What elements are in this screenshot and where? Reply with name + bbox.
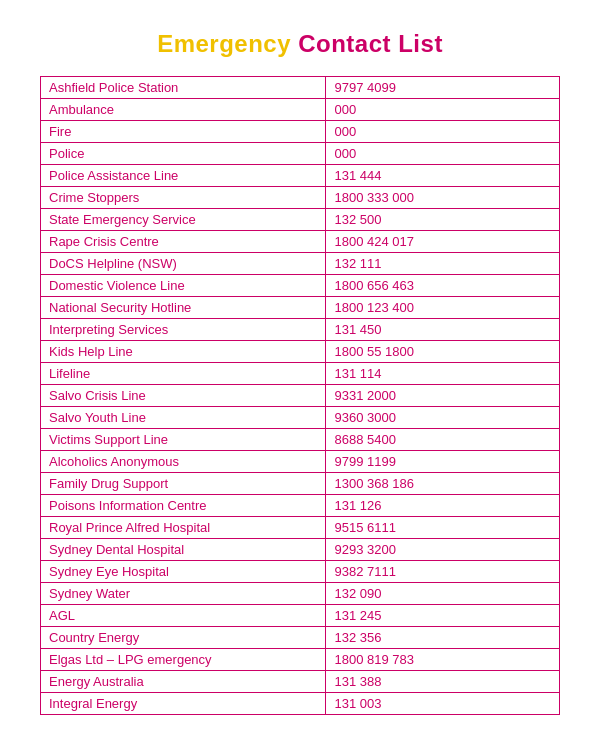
contact-number: 132 356 [326, 627, 560, 649]
contact-number: 1800 123 400 [326, 297, 560, 319]
table-row: Energy Australia131 388 [41, 671, 560, 693]
contact-name: Kids Help Line [41, 341, 326, 363]
table-row: Rape Crisis Centre1800 424 017 [41, 231, 560, 253]
table-row: Crime Stoppers1800 333 000 [41, 187, 560, 209]
contact-name: Domestic Violence Line [41, 275, 326, 297]
table-row: Sydney Dental Hospital9293 3200 [41, 539, 560, 561]
contact-name: AGL [41, 605, 326, 627]
table-row: Police Assistance Line131 444 [41, 165, 560, 187]
contact-name: National Security Hotline [41, 297, 326, 319]
contact-number: 8688 5400 [326, 429, 560, 451]
contact-number: 1800 424 017 [326, 231, 560, 253]
contact-number: 1800 656 463 [326, 275, 560, 297]
contact-number: 1800 819 783 [326, 649, 560, 671]
title-part2: Contact List [298, 30, 443, 57]
contact-name: Sydney Water [41, 583, 326, 605]
table-row: State Emergency Service132 500 [41, 209, 560, 231]
contact-number: 132 111 [326, 253, 560, 275]
table-row: National Security Hotline1800 123 400 [41, 297, 560, 319]
table-row: Sydney Eye Hospital9382 7111 [41, 561, 560, 583]
table-row: Salvo Crisis Line9331 2000 [41, 385, 560, 407]
table-row: Country Energy132 356 [41, 627, 560, 649]
contact-name: Rape Crisis Centre [41, 231, 326, 253]
contact-number: 131 114 [326, 363, 560, 385]
table-row: Interpreting Services131 450 [41, 319, 560, 341]
contact-number: 132 500 [326, 209, 560, 231]
contact-number: 9360 3000 [326, 407, 560, 429]
contact-name: Poisons Information Centre [41, 495, 326, 517]
contact-number: 131 388 [326, 671, 560, 693]
contact-name: Salvo Crisis Line [41, 385, 326, 407]
contact-number: 131 245 [326, 605, 560, 627]
contact-name: Police [41, 143, 326, 165]
contact-name: Ashfield Police Station [41, 77, 326, 99]
table-row: Elgas Ltd – LPG emergency1800 819 783 [41, 649, 560, 671]
contact-name: Royal Prince Alfred Hospital [41, 517, 326, 539]
contact-name: Energy Australia [41, 671, 326, 693]
contact-number: 9797 4099 [326, 77, 560, 99]
contact-number: 9799 1199 [326, 451, 560, 473]
table-row: Ambulance000 [41, 99, 560, 121]
table-row: Family Drug Support1300 368 186 [41, 473, 560, 495]
table-row: DoCS Helpline (NSW)132 111 [41, 253, 560, 275]
contact-name: Ambulance [41, 99, 326, 121]
contact-name: Interpreting Services [41, 319, 326, 341]
table-row: Police000 [41, 143, 560, 165]
table-row: Salvo Youth Line9360 3000 [41, 407, 560, 429]
contacts-table: Ashfield Police Station9797 4099Ambulanc… [40, 76, 560, 715]
contact-name: Victims Support Line [41, 429, 326, 451]
contact-name: Integral Energy [41, 693, 326, 715]
table-row: AGL131 245 [41, 605, 560, 627]
contact-name: DoCS Helpline (NSW) [41, 253, 326, 275]
contact-number: 132 090 [326, 583, 560, 605]
table-row: Victims Support Line8688 5400 [41, 429, 560, 451]
contact-number: 000 [326, 121, 560, 143]
contact-name: Alcoholics Anonymous [41, 451, 326, 473]
table-row: Poisons Information Centre131 126 [41, 495, 560, 517]
table-row: Integral Energy131 003 [41, 693, 560, 715]
contact-name: Crime Stoppers [41, 187, 326, 209]
table-row: Kids Help Line1800 55 1800 [41, 341, 560, 363]
contact-number: 1300 368 186 [326, 473, 560, 495]
contact-number: 1800 333 000 [326, 187, 560, 209]
table-row: Lifeline131 114 [41, 363, 560, 385]
contact-number: 9293 3200 [326, 539, 560, 561]
contact-number: 9331 2000 [326, 385, 560, 407]
table-row: Royal Prince Alfred Hospital9515 6111 [41, 517, 560, 539]
contact-name: Country Energy [41, 627, 326, 649]
contact-number: 131 450 [326, 319, 560, 341]
table-row: Fire000 [41, 121, 560, 143]
page-title: Emergency Contact List [157, 30, 443, 58]
contact-number: 000 [326, 143, 560, 165]
table-row: Sydney Water132 090 [41, 583, 560, 605]
contact-number: 000 [326, 99, 560, 121]
contact-name: Police Assistance Line [41, 165, 326, 187]
title-part1: Emergency [157, 30, 291, 57]
contact-name: Sydney Eye Hospital [41, 561, 326, 583]
contact-number: 131 126 [326, 495, 560, 517]
table-row: Ashfield Police Station9797 4099 [41, 77, 560, 99]
table-row: Alcoholics Anonymous9799 1199 [41, 451, 560, 473]
contact-number: 9382 7111 [326, 561, 560, 583]
contact-name: Elgas Ltd – LPG emergency [41, 649, 326, 671]
contact-name: State Emergency Service [41, 209, 326, 231]
contact-number: 9515 6111 [326, 517, 560, 539]
contact-name: Fire [41, 121, 326, 143]
contact-name: Family Drug Support [41, 473, 326, 495]
contact-number: 131 444 [326, 165, 560, 187]
contact-number: 1800 55 1800 [326, 341, 560, 363]
contact-name: Salvo Youth Line [41, 407, 326, 429]
contact-number: 131 003 [326, 693, 560, 715]
table-row: Domestic Violence Line1800 656 463 [41, 275, 560, 297]
contact-name: Sydney Dental Hospital [41, 539, 326, 561]
contact-name: Lifeline [41, 363, 326, 385]
